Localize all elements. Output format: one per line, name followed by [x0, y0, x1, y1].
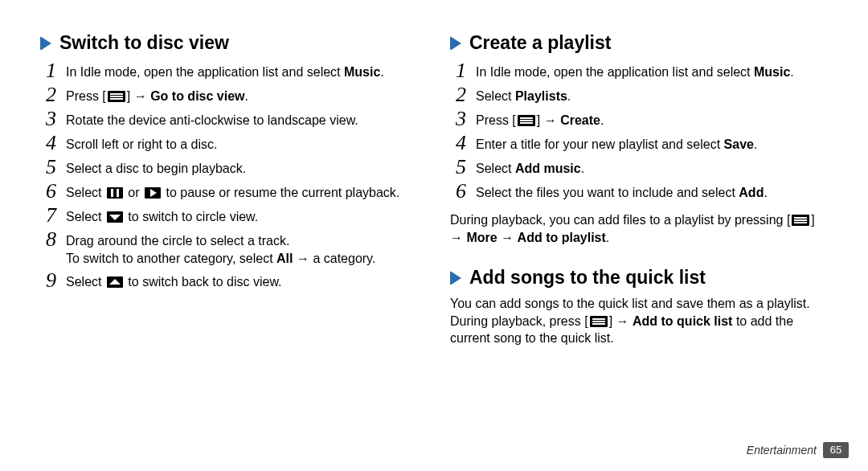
footer-page-number: 65 [823, 442, 849, 458]
step-item: In Idle mode, open the application list … [40, 60, 418, 81]
step-item: Select Playlists. [450, 84, 828, 105]
step-item: Select a disc to begin playback. [40, 157, 418, 178]
step-item: Rotate the device anti-clockwise to land… [40, 109, 418, 129]
heading-text: Switch to disc view [59, 32, 229, 54]
step-item: Press [] → Create. [450, 109, 828, 129]
step-item: Drag around the circle to select a track… [40, 229, 418, 267]
menu-icon [590, 316, 608, 327]
step-item: Select or to pause or resume the current… [40, 181, 418, 202]
heading-create-playlist: Create a playlist [450, 32, 828, 54]
step-item: Enter a title for your new playlist and … [450, 133, 828, 154]
heading-switch-to-disc-view: Switch to disc view [40, 32, 418, 54]
chevron-down-icon [107, 211, 123, 223]
pause-icon [107, 187, 123, 199]
page-content: Switch to disc view In Idle mode, open t… [0, 0, 868, 347]
page-footer: Entertainment 65 [747, 442, 849, 458]
menu-icon [792, 215, 809, 226]
steps-switch-to-disc-view: In Idle mode, open the application list … [40, 60, 418, 291]
paragraph-quick-list: You can add songs to the quick list and … [450, 295, 828, 347]
chevron-right-icon [450, 36, 461, 51]
step-item: In Idle mode, open the application list … [450, 60, 828, 81]
chevron-right-icon [450, 271, 461, 285]
chevron-right-icon [40, 36, 51, 51]
step-item: Select Add music. [450, 157, 828, 178]
menu-icon [518, 115, 535, 126]
left-column: Switch to disc view In Idle mode, open t… [40, 32, 418, 347]
menu-icon [108, 91, 125, 102]
heading-add-quick-list: Add songs to the quick list [450, 267, 828, 289]
step-item: Press [] → Go to disc view. [40, 84, 418, 105]
step-item: Select to switch to circle view. [40, 205, 418, 226]
footer-section: Entertainment [747, 444, 817, 457]
chevron-up-icon [107, 276, 123, 288]
step-item: Select the files you want to include and… [450, 181, 828, 202]
paragraph-playlist-note: During playback, you can add files to a … [450, 211, 828, 246]
heading-text: Create a playlist [469, 32, 611, 54]
right-column: Create a playlist In Idle mode, open the… [450, 32, 828, 347]
step-item: Scroll left or right to a disc. [40, 133, 418, 154]
heading-text: Add songs to the quick list [469, 267, 706, 289]
step-item: Select to switch back to disc view. [40, 270, 418, 291]
steps-create-playlist: In Idle mode, open the application list … [450, 60, 828, 202]
play-icon [145, 187, 161, 199]
